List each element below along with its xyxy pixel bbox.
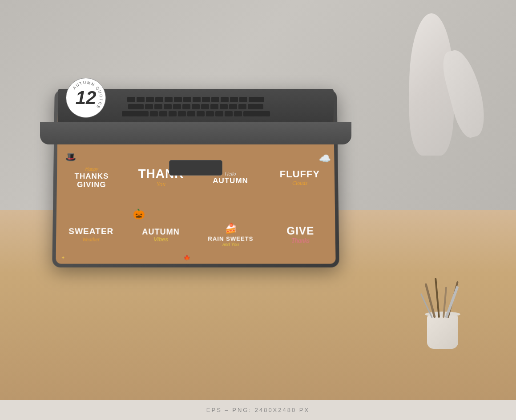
thank-sub: You [157, 181, 166, 188]
cell-rain-sweets: 🍰 RAIN SWEETS and You [196, 206, 266, 264]
give-sub: Thanks [291, 237, 310, 244]
rain-sweets-sub: and You [222, 242, 239, 247]
leaf-icon: 🍁 [184, 255, 190, 261]
thanksgiving-main: THANKSGIVING [74, 172, 109, 189]
trackpad[interactable] [169, 160, 222, 176]
cloud-icon: ☁️ [318, 153, 331, 164]
sweater-main: SWEATER [69, 227, 113, 235]
keyboard-key [127, 97, 135, 102]
hat-icon: 🎩 [65, 152, 76, 162]
vibes-sub: Vibes [153, 236, 168, 242]
cell-sweater-weather: SWEATER Weather ✦ [56, 206, 126, 264]
cell-hello-autumn: Hello AUTUMN [196, 149, 265, 206]
fluffy-main: FLUFFY [280, 169, 320, 179]
pumpkin-icon: 🎃 [133, 208, 145, 220]
cake-icon: 🍰 [225, 223, 237, 234]
rain-sweets-main: RAIN SWEETS [208, 235, 253, 242]
thanksgiving-sub: Happy [75, 167, 109, 172]
tools-cup [423, 304, 463, 349]
hello-autumn-prefix: Hello [225, 171, 236, 176]
cell-give-thanks: GIVE Thanks [265, 206, 335, 264]
give-main: GIVE [286, 225, 314, 236]
sweater-sub: Weather [82, 236, 100, 243]
svg-text:AUTUMN QUOTES: AUTUMN QUOTES [72, 80, 104, 110]
sparkle-icon: ✦ [61, 255, 65, 260]
laptop: 🍂 HELLO Fall ✦ WELCOME Autumn TRICKorTRE… [40, 89, 351, 320]
cell-thanksgiving: 🎩 Happy THANKSGIVING [56, 149, 126, 206]
cell-fluffy-clouds: ☁️ FLUFFY Clouds [265, 149, 335, 206]
hello-autumn-main: AUTUMN [213, 177, 248, 184]
footer-text: EPS – PNG: 2480X2480 PX [206, 407, 310, 413]
footer: EPS – PNG: 2480X2480 PX [0, 400, 516, 420]
sculpture-decoration [400, 13, 480, 182]
badge-circle: AUTUMN QUOTES 12 [66, 78, 106, 118]
fluffy-sub: Clouds [292, 180, 307, 186]
autumn-vibes-main: AUTUMN [142, 228, 180, 236]
laptop-base [40, 122, 351, 144]
cell-autumn-vibes: 🎃 AUTUMN Vibes 🍁 [126, 206, 196, 264]
cell-thank-you: THANK You [126, 149, 196, 206]
